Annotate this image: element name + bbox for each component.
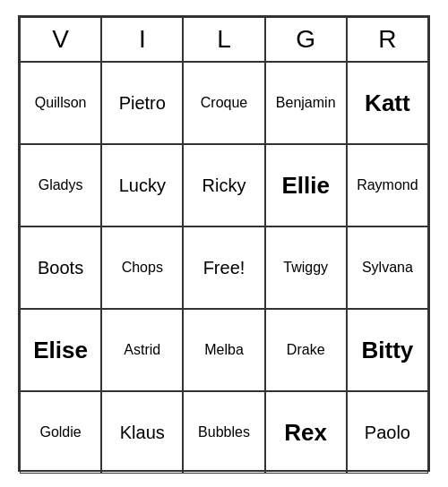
header-R: R bbox=[347, 17, 428, 62]
cell-r0-c1: Pietro bbox=[101, 62, 183, 144]
cell-r4-c2: Bubbles bbox=[183, 391, 264, 474]
cell-text-r3-c0: Elise bbox=[33, 337, 88, 364]
header-V: V bbox=[20, 17, 101, 62]
cell-text-r0-c0: Quillson bbox=[35, 95, 87, 111]
cell-r0-c4: Katt bbox=[347, 62, 428, 144]
cell-r1-c2: Ricky bbox=[183, 144, 264, 226]
cell-r4-c0: Goldie bbox=[20, 391, 101, 474]
cell-r4-c4: Paolo bbox=[347, 391, 428, 474]
cell-text-r1-c0: Gladys bbox=[39, 177, 83, 193]
cell-text-r2-c3: Twiggy bbox=[283, 260, 328, 276]
cell-text-r4-c0: Goldie bbox=[39, 424, 81, 440]
bingo-card: VILGRQuillsonPietroCroqueBenjaminKattGla… bbox=[18, 15, 430, 472]
cell-r3-c1: Astrid bbox=[101, 309, 183, 391]
cell-r3-c3: Drake bbox=[265, 309, 347, 391]
cell-text-r4-c1: Klaus bbox=[120, 423, 165, 443]
cell-text-r2-c1: Chops bbox=[122, 260, 163, 276]
cell-r2-c0: Boots bbox=[20, 226, 101, 309]
cell-r3-c2: Melba bbox=[183, 309, 264, 391]
cell-r1-c4: Raymond bbox=[347, 144, 428, 226]
cell-text-r4-c2: Bubbles bbox=[198, 424, 250, 440]
cell-text-r4-c3: Rex bbox=[284, 419, 327, 447]
cell-text-r0-c3: Benjamin bbox=[276, 95, 336, 111]
cell-r2-c3: Twiggy bbox=[265, 226, 347, 309]
cell-r1-c1: Lucky bbox=[101, 144, 183, 226]
cell-text-r2-c2: Free! bbox=[203, 258, 246, 278]
cell-r4-c3: Rex bbox=[265, 391, 347, 474]
cell-r2-c4: Sylvana bbox=[347, 226, 428, 309]
cell-r0-c0: Quillson bbox=[20, 62, 101, 144]
cell-r1-c0: Gladys bbox=[20, 144, 101, 226]
header-I: I bbox=[101, 17, 183, 62]
cell-text-r1-c2: Ricky bbox=[202, 175, 246, 196]
cell-text-r0-c1: Pietro bbox=[119, 93, 166, 114]
cell-text-r0-c2: Croque bbox=[201, 95, 247, 111]
cell-text-r3-c4: Bitty bbox=[362, 337, 414, 364]
header-G: G bbox=[265, 17, 347, 62]
cell-text-r1-c1: Lucky bbox=[119, 175, 166, 196]
cell-text-r3-c2: Melba bbox=[204, 342, 244, 358]
cell-text-r1-c3: Ellie bbox=[281, 172, 329, 200]
cell-text-r0-c4: Katt bbox=[365, 90, 410, 117]
cell-r2-c2: Free! bbox=[183, 226, 264, 309]
cell-r1-c3: Ellie bbox=[265, 144, 347, 226]
cell-r2-c1: Chops bbox=[101, 226, 183, 309]
cell-text-r2-c0: Boots bbox=[38, 258, 83, 278]
header-L: L bbox=[183, 17, 264, 62]
cell-r3-c0: Elise bbox=[20, 309, 101, 391]
cell-text-r4-c4: Paolo bbox=[365, 423, 410, 443]
cell-r0-c2: Croque bbox=[183, 62, 264, 144]
cell-text-r3-c1: Astrid bbox=[124, 342, 160, 358]
cell-r0-c3: Benjamin bbox=[265, 62, 347, 144]
cell-text-r1-c4: Raymond bbox=[357, 177, 418, 193]
cell-text-r2-c4: Sylvana bbox=[362, 260, 413, 276]
cell-text-r3-c3: Drake bbox=[287, 342, 325, 358]
cell-r3-c4: Bitty bbox=[347, 309, 428, 391]
cell-r4-c1: Klaus bbox=[101, 391, 183, 474]
